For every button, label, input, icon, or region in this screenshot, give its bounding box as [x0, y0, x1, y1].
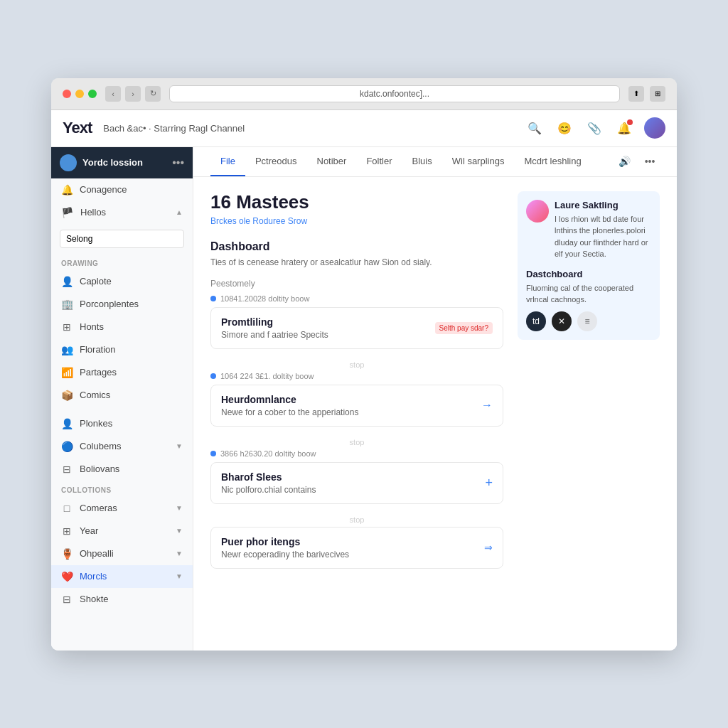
sidebar-more-button[interactable]: •••: [172, 156, 184, 169]
notification-icon[interactable]: 🔔: [614, 118, 634, 138]
sidebar-label-conagence: Conagence: [80, 184, 127, 195]
honts-icon: ⊞: [61, 321, 73, 333]
dot-green[interactable]: [88, 90, 97, 98]
morcls-icon: ❤️: [61, 571, 73, 582]
content-left: 16 Mastees Brckes ole Roduree Srow Dashb…: [210, 191, 503, 577]
search-icon[interactable]: 🔍: [525, 118, 545, 138]
section-label: Peestomely: [210, 279, 503, 289]
activity-meta-1: 1064 224 3£1. doltity boow: [210, 372, 503, 380]
page-subtitle: Brckes ole Roduree Srow: [210, 216, 503, 226]
sidebar-item-partages[interactable]: 📶 Partages: [51, 361, 193, 384]
content-tabs: File Pctreodus Notiber Foltler Bluis Wil…: [193, 147, 677, 177]
back-button[interactable]: ‹: [105, 86, 121, 102]
activity-item-2: 3866 h2630.20 doltity boow Bharof Slees …: [210, 449, 503, 504]
morcls-chevron: ▼: [176, 572, 183, 580]
sidebar-item-hellos[interactable]: 🏴 Hellos ▲: [51, 201, 193, 224]
sidebar-item-boliovans[interactable]: ⊟ Boliovans: [51, 458, 193, 481]
activity-card-desc-3: Newr ecoperadiny the barivecives: [221, 550, 349, 560]
activity-card-title-2: Bharof Slees: [221, 471, 316, 483]
hellos-icon: 🏴: [61, 207, 73, 218]
activity-card-1[interactable]: Heurdomnlance Newe for a cober to the ap…: [210, 385, 503, 427]
rp-icon-x[interactable]: ✕: [552, 311, 572, 331]
sidebar-label-comics: Comics: [80, 390, 110, 400]
activity-card-3[interactable]: Puer phor itengs Newr ecoperadiny the ba…: [210, 527, 503, 569]
tab-actions: 🔊 •••: [614, 151, 660, 171]
activity-dot-2: [210, 451, 216, 456]
activity-meta-0: 10841.20028 doltity boow: [210, 294, 503, 303]
sidebar-search-container: [51, 224, 193, 254]
tab-button[interactable]: ⊞: [650, 86, 665, 102]
activity-card-branch-3[interactable]: ⇒: [484, 542, 493, 553]
colubems-chevron: ▼: [176, 442, 183, 450]
app-logo: Yext: [63, 119, 92, 137]
activity-card-content-3: Puer phor itengs Newr ecoperadiny the ba…: [221, 536, 349, 560]
activity-card-arrow-1[interactable]: →: [481, 399, 493, 412]
activity-card-0[interactable]: Promtliling Simore and f aatriee Specits…: [210, 307, 503, 349]
activity-item-1: 1064 224 3£1. doltity boow Heurdomnlance…: [210, 372, 503, 427]
activity-card-plus-2[interactable]: +: [485, 476, 493, 491]
boliovans-icon: ⊟: [61, 464, 73, 475]
right-panel-user-info: Laure Saktling I los rhion wlt bd date f…: [555, 200, 651, 260]
sidebar-item-morcls[interactable]: ❤️ Morcls ▼: [51, 565, 193, 588]
activity-meta-text-0: 10841.20028 doltity boow: [220, 294, 309, 303]
section-desc: Ties of is cenease hratery or asealcatlu…: [210, 257, 503, 267]
sidebar-item-conagence[interactable]: 🔔 Conagence: [51, 178, 193, 201]
tab-pctreodus[interactable]: Pctreodus: [245, 147, 307, 176]
activity-card-desc-2: Nic polforo.chial contains: [221, 485, 316, 495]
right-panel-name: Laure Saktling: [555, 200, 651, 210]
browser-dots: [63, 90, 97, 98]
section-drawing: ORAWING: [51, 254, 193, 270]
forward-button[interactable]: ›: [125, 86, 141, 102]
divider-2: stop: [210, 435, 503, 449]
content-right: Laure Saktling I los rhion wlt bd date f…: [518, 191, 660, 577]
paperclip-icon[interactable]: 📎: [584, 118, 604, 138]
breadcrumb: Bach &ac• · Starring Ragl Channel: [103, 123, 513, 134]
section-collections: COLLOTIONS: [51, 481, 193, 497]
sidebar-item-plonkes[interactable]: 👤 Plonkes: [51, 412, 193, 435]
divider-3: stop: [210, 513, 503, 527]
sidebar-item-porconplentes[interactable]: 🏢 Porconplentes: [51, 293, 193, 316]
dot-red[interactable]: [63, 90, 71, 98]
rp-icon-bar[interactable]: ≡: [577, 311, 597, 331]
right-panel-dashboard-title: Dastchboard: [526, 269, 651, 279]
tab-mcdrt-leshling[interactable]: Mcdrt leshling: [514, 147, 591, 176]
sidebar: Yordc lossion ••• 🔔 Conagence 🏴 Hellos ▲…: [51, 147, 193, 651]
user-avatar[interactable]: [644, 117, 665, 139]
rp-icon-td[interactable]: td: [526, 311, 546, 331]
sidebar-item-floration[interactable]: 👥 Floration: [51, 338, 193, 361]
sidebar-search-input[interactable]: [60, 230, 184, 248]
sidebar-item-comics[interactable]: 📦 Comics: [51, 384, 193, 407]
url-bar[interactable]: kdatc.onfoontec]...: [169, 85, 620, 102]
sidebar-label-hellos: Hellos: [80, 207, 106, 218]
partages-icon: 📶: [61, 367, 73, 378]
sidebar-item-comeras[interactable]: □ Comeras ▼: [51, 497, 193, 520]
tab-notiber[interactable]: Notiber: [307, 147, 357, 176]
app-body: Yordc lossion ••• 🔔 Conagence 🏴 Hellos ▲…: [51, 147, 677, 651]
org-avatar: [60, 154, 77, 171]
tab-wil-sarplings[interactable]: Wil sarplings: [442, 147, 515, 176]
tab-more-icon[interactable]: •••: [640, 151, 660, 171]
reload-button[interactable]: ↻: [145, 86, 161, 102]
hellos-chevron: ▲: [176, 208, 183, 216]
sidebar-item-honts[interactable]: ⊞ Honts: [51, 316, 193, 338]
app-container: Yext Bach &ac• · Starring Ragl Channel 🔍…: [51, 110, 677, 651]
floration-icon: 👥: [61, 344, 73, 355]
activity-meta-text-2: 3866 h2630.20 doltity boow: [220, 449, 316, 458]
sidebar-item-shokte[interactable]: ⊟ Shokte: [51, 588, 193, 611]
sidebar-item-ohpealli[interactable]: 🏺 Ohpealli ▼: [51, 542, 193, 565]
activity-card-badge-0: Selth pay sdar?: [435, 322, 493, 334]
activity-card-2[interactable]: Bharof Slees Nic polforo.chial contains …: [210, 462, 503, 504]
tab-settings-icon[interactable]: 🔊: [614, 151, 634, 171]
emoji-icon[interactable]: 😊: [555, 118, 574, 138]
dot-yellow[interactable]: [75, 90, 84, 98]
activity-card-content-1: Heurdomnlance Newe for a cober to the ap…: [221, 394, 358, 417]
activity-item-3: Puer phor itengs Newr ecoperadiny the ba…: [210, 527, 503, 569]
sidebar-item-caplote[interactable]: 👤 Caplote: [51, 270, 193, 293]
tab-bluis[interactable]: Bluis: [402, 147, 442, 176]
sidebar-item-year[interactable]: ⊞ Year ▼: [51, 520, 193, 542]
share-button[interactable]: ⬆: [628, 86, 644, 102]
tab-file[interactable]: File: [210, 147, 245, 176]
tab-foltler[interactable]: Foltler: [356, 147, 402, 176]
sidebar-label-colubems: Colubems: [80, 441, 122, 451]
sidebar-item-colubems[interactable]: 🔵 Colubems ▼: [51, 435, 193, 458]
